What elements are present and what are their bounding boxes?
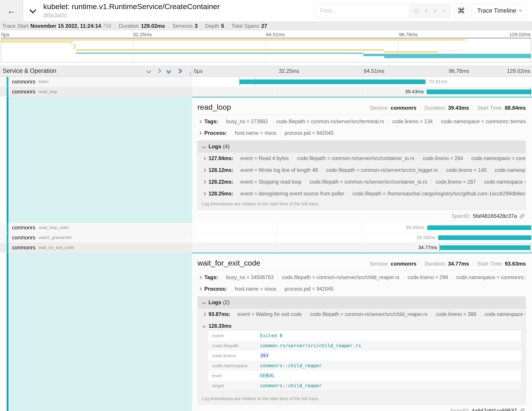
log-entry[interactable]: 93.87ms: event = Waiting for exit code c… — [198, 308, 526, 320]
trace-title-block: kubelet: runtime.v1.RuntimeService/Creat… — [30, 0, 315, 21]
trace-id: d8a3a0c — [43, 12, 315, 19]
minimap-span-segment — [384, 51, 439, 53]
logs-note: Log timestamps are relative to the start… — [198, 394, 526, 404]
find-clear-icon[interactable]: × — [442, 8, 446, 14]
log-fields-table: event Exited 0 code.filepath conmon-rs/s… — [208, 330, 522, 391]
back-arrow-icon: ← — [7, 6, 16, 15]
start-time-value: 88.84ms — [505, 105, 526, 111]
span-detail-wait-for-exit-code: wait_for_exit_code Service:conmonrs Dura… — [0, 253, 532, 411]
log-entry[interactable]: 127.94ms: event = Read 4 bytes code.file… — [198, 153, 526, 164]
timeline-tick: 96.76ms — [449, 68, 469, 74]
log-field: code.filepath = conmon-rs/server/src/con… — [293, 156, 418, 161]
span-name-cell[interactable]: conmonrs wait_for_exit_code — [0, 243, 192, 253]
service-color-bar — [7, 223, 9, 233]
service-name: conmonrs — [12, 245, 35, 251]
column-resize-grip[interactable] — [190, 72, 191, 76]
span-timeline-cell: 70.91ms — [192, 77, 532, 87]
detail-panel: read_loop Service:conmonrs Duration:39.4… — [192, 97, 532, 223]
expand-one-icon[interactable] — [146, 68, 151, 73]
log-field: code.filepath = conmon-rs/server/src/chi… — [306, 311, 431, 317]
log-field: code.namespace = conmonrs::co… — [467, 156, 526, 161]
divider — [198, 270, 526, 271]
divider — [473, 261, 473, 266]
locate-icon[interactable]: ◎ — [414, 8, 419, 14]
timeline-tick: 129.02ms — [507, 68, 530, 74]
process-label: Process: — [204, 286, 227, 292]
service-color-bar — [7, 243, 9, 253]
log-entry[interactable]: 128.25ms: event = deregistering event so… — [198, 188, 526, 200]
chevron-right-icon — [203, 192, 206, 196]
span-bar[interactable] — [427, 89, 531, 94]
expand-all-icon[interactable] — [167, 68, 170, 73]
chevron-down-icon — [519, 9, 522, 11]
operation-name: read_loop — [38, 89, 57, 94]
minimap-canvas[interactable] — [1, 38, 531, 62]
view-selector-button[interactable]: Trace Timeline — [472, 4, 527, 18]
link-icon[interactable] — [519, 408, 525, 411]
detail-gutter — [0, 253, 192, 411]
divider — [168, 24, 169, 29]
find-next-icon[interactable]: ∨ — [433, 8, 437, 14]
tags-row[interactable]: Tags: busy_ns = 34506763 code.filepath =… — [198, 272, 526, 283]
span-name-cell[interactable]: conmonrs watch_grandchild — [0, 233, 192, 243]
back-button[interactable]: ← — [0, 0, 23, 21]
duration-value: 129.02ms — [141, 23, 165, 29]
find-input[interactable] — [316, 4, 409, 18]
field-key: code.filepath — [212, 343, 260, 348]
span-bar[interactable] — [438, 235, 531, 240]
find-box: ◎ ∧ ∨ × — [315, 4, 451, 18]
service-color-bar — [7, 87, 9, 97]
process-row[interactable]: Process: host.name = nixos process.pid =… — [198, 127, 526, 139]
span-bar[interactable] — [427, 225, 531, 230]
link-icon[interactable] — [519, 213, 525, 219]
span-name-cell[interactable]: conmonrs listen — [0, 77, 192, 87]
minimap-tick: 0μs — [1, 32, 9, 38]
detail-gutter-fill — [9, 97, 192, 223]
minimap-span-segment — [384, 56, 531, 58]
keyboard-shortcuts-button[interactable]: ⌘ — [454, 4, 468, 18]
tags-label: Tags: — [204, 118, 218, 125]
log-field: event = Read 4 bytes — [236, 156, 293, 161]
chevron-down-icon[interactable] — [29, 6, 36, 13]
process-row[interactable]: Process: host.name = nixos process.pid =… — [198, 283, 526, 295]
depth-value: 5 — [221, 23, 224, 29]
logs-count: (2) — [223, 299, 229, 305]
minimap-span-segment — [1, 41, 73, 43]
span-tick — [530, 244, 530, 252]
find-prev-icon[interactable]: ∧ — [424, 8, 428, 14]
view-selector-label: Trace Timeline — [477, 7, 516, 14]
span-bar[interactable] — [440, 245, 530, 250]
minimap-span-segment — [363, 54, 531, 56]
log-entry[interactable]: 128.22ms: event = Stopping read loop cod… — [198, 176, 526, 188]
span-name-cell[interactable]: conmonrs read_loop — [0, 87, 192, 97]
tags-row[interactable]: Tags: busy_ns = 273882 code.filepath = c… — [198, 116, 526, 127]
field-key: event — [212, 333, 260, 338]
span-bar[interactable] — [239, 79, 426, 84]
collapse-one-icon[interactable] — [156, 68, 161, 73]
duration-value: 39.43ms — [448, 105, 469, 111]
span-name-cell[interactable]: conmonrs read_loop_stdin — [0, 223, 192, 233]
logs-header[interactable]: Logs (4) — [198, 141, 526, 153]
field-value: conmon-rs/server/src/child_reaper.rs — [260, 343, 361, 348]
divider — [115, 24, 115, 29]
tag-item: busy_ns = 273882 — [222, 118, 272, 125]
detail-gutter-fill — [9, 253, 192, 411]
logs-header[interactable]: Logs (2) — [198, 297, 526, 308]
span-timeline-cell: 34.77ms — [192, 243, 532, 253]
chevron-right-icon — [198, 120, 202, 123]
span-id-label: SpanID: — [450, 408, 469, 411]
log-time: 127.94ms: — [209, 156, 233, 161]
services-label: Services — [172, 23, 193, 29]
logs-label: Logs — [209, 299, 221, 305]
table-row: target conmonrs::child_reaper — [208, 381, 521, 391]
table-row: level DEBUG — [208, 371, 521, 381]
expanded-log-header[interactable]: 128.33ms — [198, 320, 526, 330]
timeline-minimap: 0μs 32.25ms 64.51ms 96.76ms 129.02ms — [0, 30, 532, 65]
collapse-all-icon[interactable] — [177, 69, 182, 73]
log-entry[interactable]: 128.12ms: event = Wrote log line of leng… — [198, 164, 526, 176]
span-title: read_loop — [198, 103, 370, 111]
logs-label: Logs — [209, 143, 221, 150]
chevron-right-icon — [203, 168, 206, 172]
trace-start-value: November 15 2022, 11:24:14 — [30, 23, 101, 29]
log-field: event = Waiting for exit code — [233, 311, 306, 317]
